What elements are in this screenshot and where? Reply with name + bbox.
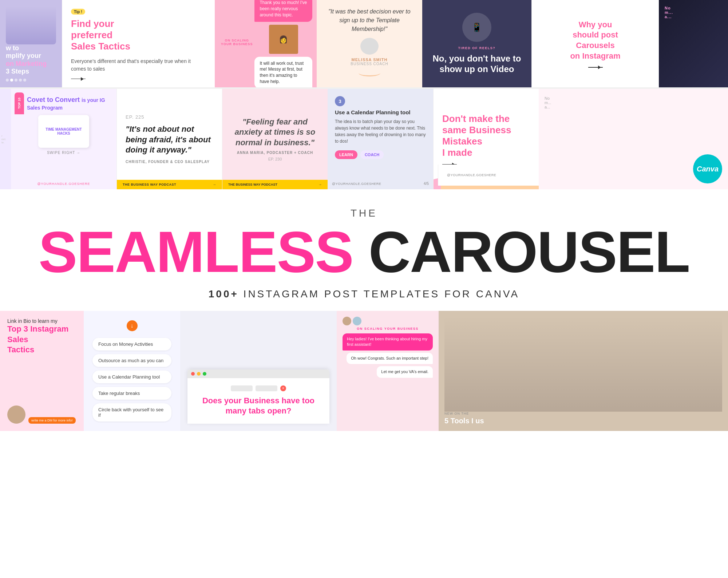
close-tab-btn[interactable]: × bbox=[280, 385, 286, 391]
bottom-row: Link in Bio to learn my Top 3 Instagram … bbox=[0, 311, 728, 431]
sales-tactics-heading: Find your preferred Sales Tactics bbox=[71, 18, 206, 52]
win-btn-green[interactable] bbox=[203, 372, 206, 376]
sales-tactics-body: Everyone's different and that's especial… bbox=[71, 58, 206, 73]
canva-logo: Canva bbox=[693, 154, 722, 183]
link-bio-text: Link in Bio to learn my bbox=[7, 318, 76, 324]
card-link-bio: Link in Bio to learn my Top 3 Instagram … bbox=[0, 311, 84, 431]
heading-line2: preferred bbox=[71, 29, 112, 40]
no-reels-heading: No, you don't have to show up on Video bbox=[430, 54, 524, 75]
card-chat-scaling-bot: ON SCALING YOUR BUSINESS Hey ladies! I'v… bbox=[337, 311, 439, 431]
calendar-body: The idea is to batch plan your day so yo… bbox=[335, 118, 426, 144]
card-amplify: w to mplify your on Marketing 3 Steps bbox=[0, 0, 62, 87]
person-placeholder bbox=[6, 6, 56, 44]
calendar-heading: Use a Calendar Planning tool bbox=[335, 109, 426, 115]
heading-pink: Sales Tactics bbox=[71, 41, 130, 52]
tools-label: 5 Tools I us bbox=[444, 417, 722, 425]
action-btn-primary[interactable]: LEARN bbox=[335, 150, 357, 159]
dot-5[interactable] bbox=[23, 79, 26, 82]
avatars-row bbox=[343, 317, 433, 325]
partial-text-no: Nom...a... bbox=[545, 96, 551, 109]
action-buttons: LEARN COACH bbox=[335, 150, 426, 159]
checklist-item-2: Outsource as much as you can bbox=[92, 354, 171, 367]
tab-2[interactable] bbox=[256, 385, 277, 391]
main-title-pink: SEAMLESS bbox=[39, 219, 353, 284]
tip-badge: Tip ! bbox=[71, 9, 85, 15]
partial-text: Nom...a... bbox=[659, 0, 728, 25]
card-carousels: Why you should post Carousels on Instagr… bbox=[531, 0, 659, 87]
testimonial-quote: "It was the best decision ever to sign u… bbox=[324, 7, 415, 33]
card-podcast-2: "Feeling fear and anxiety at times is so… bbox=[222, 89, 328, 189]
device-mockup: TIME MANAGEMENT HACKS bbox=[38, 115, 89, 148]
win-btn-red[interactable] bbox=[191, 372, 195, 376]
arrow-right-carousels bbox=[588, 67, 603, 68]
card-window-mockup: × Does your Business have too many tabs … bbox=[180, 311, 337, 431]
top-tag: TOP 10 bbox=[15, 92, 24, 114]
podcast-footer-2: THE BUSINESS WAY PODCAST → bbox=[222, 180, 328, 189]
swipe-right-label: SWIPE RIGHT → bbox=[18, 151, 109, 155]
heading-line1: Find your bbox=[71, 18, 114, 29]
chat-image: 👩 bbox=[269, 25, 298, 54]
dot-3[interactable] bbox=[15, 79, 17, 82]
bot-msg-2: Oh wow! Congrats. Such an important step… bbox=[347, 353, 433, 364]
checklist-item-1: Focus on Money Activities bbox=[92, 338, 171, 351]
left-partial: reel.le. bbox=[0, 89, 11, 189]
carousels-heading: Why you should post Carousels on Instagr… bbox=[570, 20, 620, 61]
handle-tag-calendar: @YOURHANDLE.GOESHERE bbox=[332, 182, 381, 186]
handle-mistakes: @YOURHANDLE.GOESHERE bbox=[438, 165, 539, 186]
podcast-author-1: CHRISTIE, FOUNDER & CEO SALESPLAY bbox=[126, 160, 213, 164]
phone-image: 📱 bbox=[462, 13, 491, 42]
arrow-down-icon: ↓ bbox=[92, 320, 171, 331]
avatar-1 bbox=[343, 317, 351, 325]
amplify-title: w to mplify your on Marketing 3 Steps bbox=[6, 44, 56, 76]
podcast-quote-2: "Feeling fear and anxiety at times is so… bbox=[230, 117, 320, 148]
person-avatar bbox=[360, 38, 379, 55]
wavy-line-decoration bbox=[359, 70, 380, 76]
link-bio-heading: Top 3 Instagram Sales Tactics bbox=[7, 324, 76, 355]
person-avatar-bio bbox=[7, 405, 25, 424]
person-title: BUSINESS COACH bbox=[351, 62, 388, 66]
ep-label-1: EP. 225 bbox=[126, 114, 213, 120]
person-photo-placeholder bbox=[444, 317, 722, 412]
card-business-mistakes: Don't make the same Business Mistakes I … bbox=[433, 89, 539, 189]
main-title-dark: CAROUSEL bbox=[368, 219, 689, 284]
bot-msg-1: Hey ladies! I've been thinking about hir… bbox=[343, 333, 433, 351]
window-titlebar bbox=[187, 369, 329, 378]
learn-more-badge: write me a DM for more info! bbox=[28, 417, 76, 424]
dot-1[interactable] bbox=[6, 79, 9, 82]
card-page-number: 4/5 bbox=[424, 182, 429, 186]
carousel-dots[interactable] bbox=[6, 79, 56, 82]
on-scaling-bot-label: ON SCALING YOUR BUSINESS bbox=[343, 327, 433, 330]
card-calendar-planning: 3 Use a Calendar Planning tool The idea … bbox=[328, 89, 433, 189]
ig-sales-heading: Covet to Convert is your IG Sales Progra… bbox=[27, 96, 109, 111]
checklist-item-3: Use a Calendar Planning tool bbox=[92, 371, 171, 383]
the-label: THE bbox=[15, 207, 713, 219]
chat-bubble-1: Thank you so much! I've been really nerv… bbox=[254, 0, 312, 22]
card-ig-sales: TOP 10 Covet to Convert is your IG Sales… bbox=[11, 89, 116, 189]
card-canva: Nom...a... Canva bbox=[539, 89, 728, 189]
window-frame: × Does your Business have too many tabs … bbox=[187, 369, 329, 424]
bot-msg-3: Let me get you VA's email. bbox=[377, 366, 433, 377]
on-scaling-label: ON SCALING YOUR BUSINESS bbox=[219, 39, 254, 46]
mistakes-heading: Don't make the same Business Mistakes I … bbox=[442, 113, 530, 159]
window-content: × Does your Business have too many tabs … bbox=[187, 378, 329, 424]
dark-bg: Nom...a... bbox=[659, 0, 728, 87]
subtitle: 100+ INSTAGRAM POST TEMPLATES FOR CANVA bbox=[15, 288, 713, 300]
main-title: SEAMLESS CAROUSEL bbox=[15, 223, 713, 281]
step-badge: 3 bbox=[335, 96, 345, 106]
chat-messages: Hey ladies! I've been thinking about hir… bbox=[343, 333, 433, 425]
card-partial-photo: NEW ON THE 5 Tools I us bbox=[439, 311, 728, 431]
top-row: w to mplify your on Marketing 3 Steps Ti… bbox=[0, 0, 728, 87]
title-section: THE SEAMLESS CAROUSEL 100+ INSTAGRAM POS… bbox=[0, 189, 728, 311]
dot-4[interactable] bbox=[19, 79, 22, 82]
action-btn-secondary[interactable]: COACH bbox=[360, 150, 384, 159]
window-heading: Does your Business have too many tabs op… bbox=[195, 396, 322, 416]
ep-label-2: EP. 230 bbox=[268, 157, 282, 161]
chat-container: Thank you so much! I've been really nerv… bbox=[254, 0, 312, 87]
dot-2[interactable] bbox=[10, 79, 13, 82]
card-checklist: ↓ Focus on Money Activities Outsource as… bbox=[84, 311, 180, 431]
card-sales-tactics: Tip ! Find your preferred Sales Tactics … bbox=[62, 0, 215, 87]
card-testimonial: "It was the best decision ever to sign u… bbox=[317, 0, 422, 87]
person-name: MELISSA SMITH bbox=[352, 58, 388, 62]
win-btn-yellow[interactable] bbox=[197, 372, 201, 376]
tab-1[interactable] bbox=[231, 385, 253, 391]
